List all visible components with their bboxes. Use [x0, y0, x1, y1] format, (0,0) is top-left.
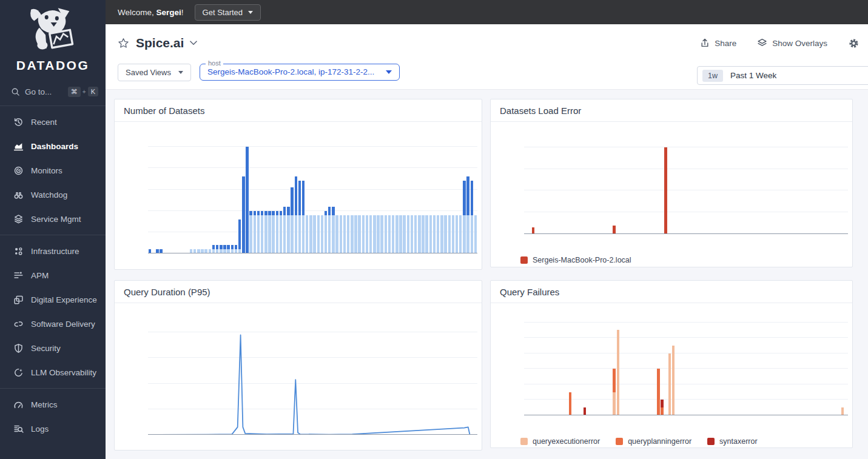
sidebar-item-watchdog[interactable]: Watchdog [0, 183, 106, 207]
star-icon[interactable] [118, 38, 129, 49]
chart-body[interactable]: 020406080100Tue 9Thu 11Sat 13Mon 15Serge… [524, 126, 848, 264]
chart-bar[interactable] [343, 215, 346, 253]
chart-bar[interactable] [242, 176, 244, 253]
chart-bar[interactable] [223, 245, 226, 249]
chart-bar[interactable] [440, 215, 443, 253]
chart-bar[interactable] [268, 215, 271, 253]
chart-bar[interactable] [569, 392, 571, 415]
chart-bar[interactable] [276, 211, 278, 215]
chart-bar[interactable] [411, 215, 413, 253]
chart-bar[interactable] [317, 215, 320, 253]
chart-bar[interactable] [351, 215, 353, 253]
chart-bar[interactable] [459, 215, 462, 253]
chart-bar[interactable] [403, 215, 405, 253]
sidebar-item-service-mgmt[interactable]: Service Mgmt [0, 207, 106, 231]
share-button[interactable]: Share [700, 38, 736, 48]
chart-bar[interactable] [433, 215, 436, 253]
chart-bar[interactable] [227, 245, 229, 249]
chart-bar[interactable] [373, 215, 375, 253]
chart-bar[interactable] [254, 215, 256, 253]
saved-views-dropdown[interactable]: Saved Views [118, 64, 191, 81]
chart-bar[interactable] [380, 215, 383, 253]
chart-bar[interactable] [399, 215, 402, 253]
show-overlays-button[interactable]: Show Overlays [757, 38, 827, 48]
chart-bar[interactable] [407, 215, 409, 253]
chart-bar[interactable] [613, 392, 615, 415]
chart-bar[interactable] [313, 215, 315, 253]
chart-bar[interactable] [280, 211, 282, 215]
chart-bar[interactable] [392, 215, 394, 253]
chart-bar[interactable] [429, 215, 432, 253]
chart-bar[interactable] [395, 215, 398, 253]
chart-bar[interactable] [414, 215, 417, 253]
chart-bar[interactable] [452, 215, 454, 253]
sidebar-item-apm[interactable]: APM [0, 263, 106, 287]
chart-bar[interactable] [325, 211, 327, 215]
datadog-logo[interactable]: DATADOG [0, 0, 106, 74]
chart-bar[interactable] [340, 215, 342, 253]
chart-bar[interactable] [369, 215, 372, 253]
chart-bar[interactable] [283, 207, 286, 215]
chart-bar[interactable] [657, 369, 659, 415]
chart-body[interactable]: 012345Tue 9Thu 11Sat 13Mon 15Seconds [148, 307, 477, 435]
chart-bar[interactable] [280, 215, 282, 253]
chart-bar[interactable] [377, 215, 379, 253]
chart-bar[interactable] [325, 215, 327, 253]
chart-bar[interactable] [231, 245, 234, 249]
chart-bar[interactable] [613, 226, 615, 234]
legend-item[interactable]: queryplanningerror [616, 437, 691, 446]
chart-bar[interactable] [261, 211, 263, 215]
sidebar-item-dashboards[interactable]: Dashboards [0, 134, 106, 158]
chart-bar[interactable] [261, 215, 263, 253]
chart-bar[interactable] [456, 215, 458, 253]
chart-bar[interactable] [283, 215, 286, 253]
chart-bar[interactable] [272, 211, 274, 215]
chart-bar[interactable] [463, 215, 465, 253]
chart-bar[interactable] [444, 215, 446, 253]
sidebar-item-monitors[interactable]: Monitors [0, 158, 106, 183]
chart-bar[interactable] [664, 147, 667, 234]
chart-bar[interactable] [321, 215, 323, 253]
chart-bar[interactable] [306, 215, 308, 253]
chart-bar[interactable] [362, 215, 365, 253]
chart-bar[interactable] [309, 215, 312, 253]
chart-bar[interactable] [672, 346, 675, 415]
sidebar-item-llm-observability[interactable]: LLM Observability [0, 360, 106, 384]
chart-bar[interactable] [246, 147, 248, 253]
chart-bar[interactable] [448, 215, 451, 253]
chart-bar[interactable] [354, 215, 357, 253]
get-started-button[interactable]: Get Started [195, 4, 261, 21]
chart-bar[interactable] [268, 211, 271, 215]
chart-bar[interactable] [613, 369, 615, 392]
chart-bar[interactable] [249, 211, 252, 215]
chart-bar[interactable] [437, 215, 439, 253]
chart-bar[interactable] [291, 215, 293, 253]
sidebar-item-infrastructure[interactable]: Infrastructure [0, 239, 106, 263]
chart-bar[interactable] [272, 215, 274, 253]
legend-item[interactable]: syntaxerror [707, 437, 758, 446]
chart-body[interactable]: 02468101214Tue 9Thu 11Sat 13Mon 15querye… [524, 307, 848, 446]
legend-item[interactable]: queryexecutionerror [520, 437, 600, 446]
chart-bar[interactable] [418, 215, 420, 253]
chart-bar[interactable] [617, 330, 619, 415]
host-select[interactable]: host Sergeis-MacBook-Pro-2.local, ip-172… [200, 64, 400, 81]
chart-bar[interactable] [287, 215, 289, 253]
chart-bar[interactable] [388, 215, 391, 253]
chart-bar[interactable] [287, 207, 289, 215]
chart-bar[interactable] [249, 215, 252, 253]
chart-bar[interactable] [298, 181, 301, 215]
chart-bar[interactable] [463, 181, 465, 215]
chart-bar[interactable] [358, 215, 360, 253]
chart-bar[interactable] [474, 215, 477, 253]
chart-bar[interactable] [264, 211, 267, 215]
chart-bar[interactable] [276, 215, 278, 253]
chart-bar[interactable] [466, 215, 469, 253]
chart-bar[interactable] [302, 181, 304, 215]
chart-bar[interactable] [471, 181, 473, 215]
chart-bar[interactable] [254, 211, 256, 215]
chart-bar[interactable] [347, 215, 349, 253]
chart-bar[interactable] [335, 215, 338, 253]
chart-bar[interactable] [235, 245, 237, 249]
chart-bar[interactable] [298, 215, 301, 253]
gear-icon[interactable] [848, 38, 860, 49]
